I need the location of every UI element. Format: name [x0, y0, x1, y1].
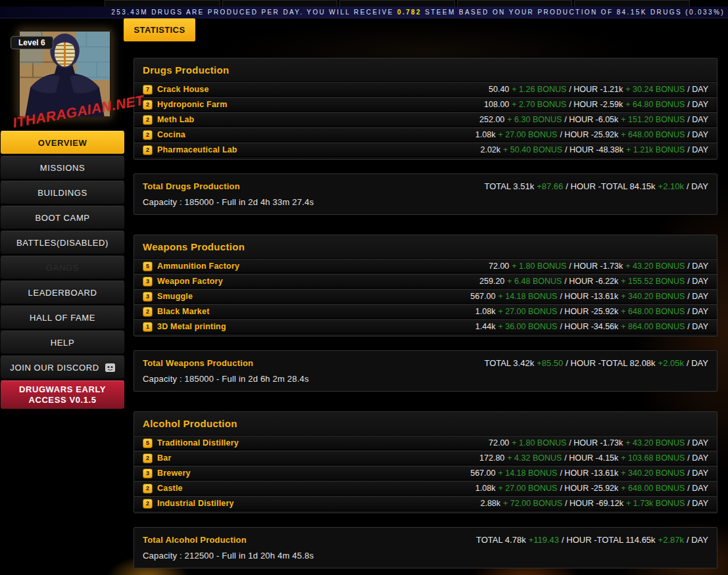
hour-bonus: + 50.40 BONUS — [503, 145, 562, 154]
alcohol-rows: 5 Traditional Distillery 72.00+ 1.80 BON… — [134, 436, 717, 513]
row-building: 7 Crack House — [143, 85, 209, 95]
row-production-values: 172.80+ 4.32 BONUS/ HOUR -4.15k+ 103.68 … — [479, 453, 708, 463]
row-building: 3 Brewery — [143, 469, 191, 478]
level-badge: 2 — [143, 145, 153, 155]
hour-bonus: + 1.80 BONUS — [512, 438, 566, 448]
building-name: Crack House — [157, 85, 209, 94]
day-label: / DAY — [687, 438, 708, 448]
row-building: 3 Weapon Factory — [143, 277, 223, 287]
discord-label: JOIN OUR DISCORD — [10, 363, 99, 373]
row-building: 2 Black Market — [143, 307, 210, 317]
production-row: 2 Meth Lab 252.00+ 6.30 BONUS/ HOUR -6.0… — [134, 112, 717, 127]
row-production-values: 567.00+ 14.18 BONUS/ HOUR -13.61k+ 340.2… — [470, 469, 708, 478]
level-badge: 2 — [143, 453, 153, 463]
day-label: / DAY — [687, 145, 708, 154]
row-building: 2 Industrial Distillery — [143, 499, 234, 509]
day-bonus: + 103.68 BONUS — [621, 453, 685, 463]
day-bonus: + 30.24 BONUS — [625, 85, 685, 94]
sidebar-item-hall-of-fame[interactable]: HALL OF FAME — [0, 306, 125, 329]
sidebar-item-help[interactable]: HELP — [0, 331, 125, 354]
day-value: / HOUR -13.61k — [560, 292, 618, 301]
day-bonus: + 864.00 BONUS — [621, 322, 685, 331]
drugs-rows: 7 Crack House 50.40+ 1.26 BONUS/ HOUR -1… — [134, 82, 717, 159]
day-label: / DAY — [687, 115, 708, 124]
total-title: Total Alcohol Production — [143, 535, 247, 545]
row-production-values: 72.00+ 1.80 BONUS/ HOUR -1.73k+ 43.20 BO… — [489, 262, 708, 271]
sidebar-item-buildings[interactable]: BUILDINGS — [0, 181, 125, 204]
hour-value: 72.00 — [489, 262, 509, 271]
level-badge: 5 — [143, 262, 153, 271]
day-value: / HOUR -1.21k — [569, 85, 623, 94]
sidebar-item-leaderboard[interactable]: LEADERBOARD — [0, 281, 125, 304]
hour-value: 108.00 — [484, 100, 509, 109]
total-day-bonus: +2.10k — [658, 181, 684, 191]
weapons-production-section: Weapons Production 5 Ammunition Factory … — [133, 235, 717, 336]
row-production-values: 72.00+ 1.80 BONUS/ HOUR -1.73k+ 43.20 BO… — [489, 438, 708, 448]
total-values: TOTAL 3.42k+85.50/ HOUR -TOTAL 82.08k+2.… — [485, 358, 708, 368]
row-building: 2 Castle — [143, 484, 183, 494]
total-day-label: / DAY — [687, 535, 708, 545]
building-name: Castle — [157, 484, 183, 493]
hour-value: 1.08k — [475, 484, 496, 493]
hour-bonus: + 14.18 BONUS — [498, 469, 557, 478]
day-value: / HOUR -25.92k — [560, 484, 618, 493]
level-badge: 2 — [143, 130, 153, 140]
sidebar-item-gangs: GANGS — [0, 256, 125, 279]
day-bonus: + 43.20 BONUS — [625, 438, 685, 448]
row-production-values: 1.08k+ 27.00 BONUS/ HOUR -25.92k+ 648.00… — [475, 484, 708, 493]
hour-value: 50.40 — [489, 85, 509, 94]
hour-bonus: + 36.00 BONUS — [498, 322, 557, 331]
level-badge: 2 — [143, 499, 153, 509]
level-badge: 2 — [143, 307, 153, 317]
production-row: 7 Crack House 50.40+ 1.26 BONUS/ HOUR -1… — [134, 82, 717, 97]
sidebar-item-overview[interactable]: OVERVIEW — [0, 131, 125, 154]
production-row: 5 Ammunition Factory 72.00+ 1.80 BONUS/ … — [134, 259, 717, 273]
hour-value: 72.00 — [489, 438, 509, 448]
building-name: Bar — [157, 453, 171, 463]
row-building: 5 Ammunition Factory — [143, 262, 239, 271]
day-label: / DAY — [687, 453, 708, 463]
day-value: / HOUR -48.38k — [565, 145, 623, 154]
early-access-version-badge[interactable]: DRUGWARS EARLY ACCESS V0.1.5 — [0, 380, 125, 409]
row-production-values: 252.00+ 6.30 BONUS/ HOUR -6.05k+ 151.20 … — [479, 115, 708, 124]
resource-panel — [339, 0, 455, 7]
row-building: 3 Smuggle — [143, 292, 193, 302]
day-bonus: + 648.00 BONUS — [621, 484, 685, 493]
sidebar-item-missions[interactable]: MISSIONS — [0, 156, 125, 179]
total-hour-bonus: +87.66 — [537, 181, 563, 191]
hour-value: 252.00 — [479, 115, 504, 124]
production-row: 5 Traditional Distillery 72.00+ 1.80 BON… — [134, 436, 717, 450]
row-production-values: 2.02k+ 50.40 BONUS/ HOUR -48.38k+ 1.21k … — [480, 145, 708, 154]
level-badge: 1 — [143, 322, 153, 332]
sidebar-item-discord[interactable]: JOIN OUR DISCORD — [0, 356, 125, 379]
production-row: 1 3D Metal printing 1.44k+ 36.00 BONUS/ … — [134, 319, 717, 334]
building-name: Weapon Factory — [157, 277, 223, 286]
hour-bonus: + 72.00 BONUS — [503, 499, 562, 508]
day-label: / DAY — [687, 100, 708, 109]
production-row: 2 Hydroponic Farm 108.00+ 2.70 BONUS/ HO… — [134, 97, 717, 112]
row-production-values: 1.08k+ 27.00 BONUS/ HOUR -25.92k+ 648.00… — [475, 307, 708, 316]
total-day-bonus: +2.87k — [658, 535, 684, 545]
row-production-values: 1.08k+ 27.00 BONUS/ HOUR -25.92k+ 648.00… — [475, 130, 708, 139]
level-badge: 2 — [143, 484, 153, 494]
day-value: / HOUR -6.05k — [564, 115, 618, 124]
section-title-drugs: Drugs Production — [134, 58, 717, 82]
discord-icon — [105, 363, 115, 372]
day-bonus: + 43.20 BONUS — [625, 262, 685, 271]
day-bonus: + 648.00 BONUS — [621, 307, 685, 316]
hour-bonus: + 6.48 BONUS — [507, 277, 562, 286]
capacity-info: Capacity : 212500 - Full in 1d 20h 4m 45… — [143, 551, 708, 561]
hour-value: 1.08k — [475, 307, 496, 316]
day-value: / HOUR -6.22k — [564, 277, 618, 286]
day-value: / HOUR -2.59k — [569, 100, 623, 109]
total-day-label: / DAY — [687, 181, 708, 191]
section-title-weapons: Weapons Production — [134, 235, 717, 259]
day-value: / HOUR -1.73k — [569, 262, 623, 271]
sidebar-item-battles[interactable]: BATTLES(DISABLED) — [0, 231, 125, 254]
hour-bonus: + 2.70 BONUS — [512, 100, 566, 109]
total-drugs-production: Total Drugs Production TOTAL 3.51k+87.66… — [133, 173, 717, 215]
tab-statistics[interactable]: STATISTICS — [124, 18, 195, 41]
total-day: / HOUR -TOTAL 114.65k — [562, 535, 656, 545]
ticker-text-pre: 253.43M DRUGS ARE PRODUCED PER DAY. YOU … — [111, 9, 397, 16]
sidebar-item-boot-camp[interactable]: BOOT CAMP — [0, 206, 125, 229]
